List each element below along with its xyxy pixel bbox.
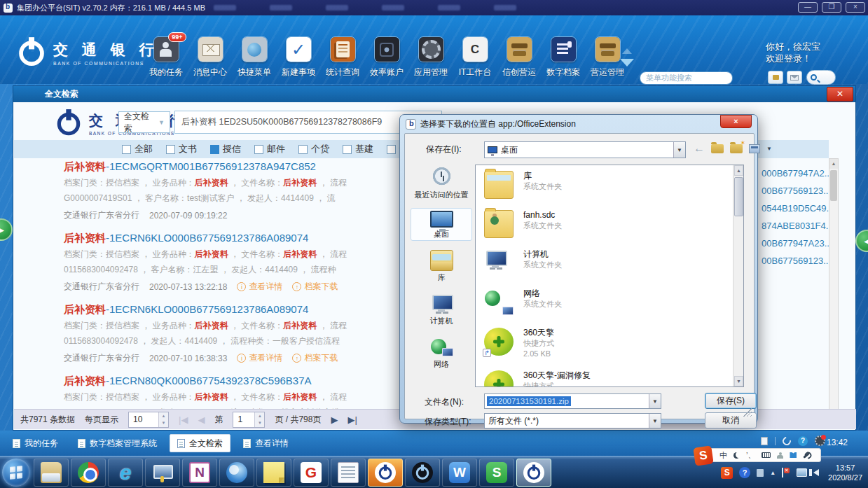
punctuation-icon[interactable]: ’、 [746, 449, 755, 461]
fts-close-button[interactable]: ✕ [827, 87, 853, 102]
taskbar-clock[interactable]: 13:57 2020/8/27 [828, 463, 862, 482]
dropdown-caret-icon[interactable]: ▼ [673, 142, 685, 158]
filter-checkbox[interactable]: 个贷 [298, 143, 329, 155]
filter-checkbox[interactable]: 文书 [166, 143, 197, 155]
page-spinner[interactable]: 1 ▲▼ [233, 412, 265, 428]
sogou-tray-icon[interactable]: S [721, 467, 733, 479]
nav-item[interactable]: 营运管理 [590, 36, 625, 78]
tab-数字档案管理系统[interactable]: 数字档案管理系统 [71, 434, 164, 452]
checkbox-icon[interactable] [298, 145, 308, 154]
filename-input[interactable]: 202007131530191.zip ▼ [484, 393, 661, 409]
taskbar-wps-w-icon[interactable]: W [442, 459, 477, 487]
taskbar-file-explorer-icon[interactable] [34, 459, 69, 487]
action-link[interactable]: i查看详情 [237, 281, 282, 293]
moon-icon[interactable] [733, 452, 740, 459]
truncated-id[interactable]: 874ABE8031F4... [762, 217, 834, 235]
action-link[interactable]: i查看详情 [237, 352, 282, 364]
file-item[interactable]: 库系统文件夹 [476, 165, 743, 204]
view-caret-icon[interactable]: ▼ [766, 146, 772, 152]
file-list-scrollbar[interactable]: ▲ ▼ [733, 165, 743, 386]
nav-item[interactable]: 信创营运 [502, 36, 537, 78]
spin-down-icon[interactable]: ▼ [159, 419, 168, 427]
filetype-dropdown[interactable]: 所有文件 (*.*) ▼ [484, 413, 661, 428]
left-edge-panel-button[interactable]: ▶ [0, 218, 13, 241]
skin-icon[interactable] [790, 452, 797, 458]
action-link[interactable]: ↑档案下载 [292, 352, 338, 364]
scroll-up-icon[interactable]: ▲ [829, 159, 838, 169]
mail-button[interactable] [787, 71, 802, 84]
place-item[interactable]: 网络 [411, 334, 472, 371]
close-button[interactable]: × [846, 2, 865, 13]
spin-down-icon[interactable]: ▼ [255, 419, 264, 427]
nav-item[interactable]: 快捷菜单 [237, 36, 272, 78]
settings-gear-icon[interactable] [815, 435, 825, 446]
taskbar-onenote-icon[interactable]: N [182, 459, 217, 487]
spin-up-icon[interactable]: ▲ [159, 412, 168, 420]
file-item[interactable]: ↱360天擎-漏洞修复快捷方式2.11 KB [476, 365, 743, 387]
file-item[interactable]: fanh.sdc系统文件夹 [476, 204, 743, 244]
checkbox-icon[interactable] [166, 145, 175, 154]
wrench-icon[interactable] [804, 452, 811, 459]
first-page-button[interactable]: |◀ [179, 414, 188, 425]
scroll-thumb[interactable] [830, 170, 837, 201]
checkbox-icon[interactable] [210, 145, 219, 154]
filter-checkbox[interactable]: 基建 [343, 143, 373, 155]
restore-button[interactable]: ❐ [822, 2, 841, 13]
place-item[interactable]: 计算机 [411, 291, 472, 328]
speaker-icon[interactable] [813, 469, 819, 476]
fts-window-titlebar[interactable]: 全文检索 [13, 86, 855, 102]
right-edge-panel-button[interactable]: ◀ [855, 230, 868, 252]
taskbar-wps-s-icon[interactable]: S [479, 459, 514, 487]
view-menu-icon[interactable] [749, 144, 760, 153]
dialog-close-button[interactable]: × [720, 115, 752, 128]
search-button[interactable] [806, 70, 836, 85]
truncated-id[interactable]: 000B677947A2... [762, 165, 834, 182]
start-button[interactable] [2, 459, 30, 487]
taskbar-sticky-notes-icon[interactable] [256, 459, 291, 487]
next-page-button[interactable]: ▶ [331, 414, 338, 425]
place-item[interactable]: 库 [411, 247, 472, 284]
taskbar-journal-icon[interactable] [331, 459, 366, 487]
taskbar-app-swirl-icon[interactable] [219, 459, 254, 487]
nav-item[interactable]: 数字档案 [546, 36, 581, 78]
checkbox-icon[interactable] [387, 145, 396, 154]
truncated-id[interactable]: 00B677569123... [762, 182, 834, 200]
filter-checkbox[interactable]: 邮件 [254, 143, 285, 155]
checkbox-icon[interactable] [254, 145, 263, 154]
file-item[interactable]: ↱360天擎快捷方式2.05 KB [476, 322, 743, 365]
dialog-titlebar[interactable]: 选择要下载的位置自 app:/OfficeExtension × [400, 115, 757, 133]
scroll-thumb[interactable] [734, 177, 743, 216]
save-button[interactable]: 保存(S) [705, 393, 757, 409]
tray-doc-icon[interactable] [757, 469, 764, 477]
filter-checkbox[interactable]: 全部 [122, 143, 153, 155]
back-arrow-icon[interactable]: ← [694, 142, 705, 155]
truncated-id[interactable]: 0544B19D5C49... [762, 200, 834, 217]
sogou-logo-icon[interactable]: S [693, 445, 713, 466]
filename-value[interactable]: 202007131530191.zip [487, 396, 571, 406]
taskbar-g-app-icon[interactable]: G [294, 459, 329, 487]
lock-button[interactable] [768, 71, 783, 84]
action-link[interactable]: ↑档案下载 [292, 281, 338, 293]
file-item[interactable]: 网络系统文件夹 [476, 283, 743, 322]
scroll-up-icon[interactable]: ▲ [734, 165, 743, 176]
file-item[interactable]: 计算机系统文件夹 [476, 244, 743, 283]
taskbar-remote-desktop-icon[interactable] [145, 459, 180, 487]
last-page-button[interactable]: ▶| [347, 414, 357, 425]
help-tray-icon[interactable]: ? [739, 467, 750, 478]
place-item[interactable]: 桌面 [411, 208, 472, 241]
checkbox-icon[interactable] [343, 145, 352, 154]
taskbar-bocom-app-icon[interactable] [516, 459, 551, 487]
taskbar-chrome-icon[interactable] [71, 459, 106, 487]
taskbar-bocom-dark-icon[interactable] [405, 459, 440, 487]
checkbox-icon[interactable] [122, 145, 131, 154]
dropdown-caret-icon[interactable]: ▼ [649, 414, 661, 428]
nav-item[interactable]: 统计查询 [325, 36, 360, 78]
per-page-spinner[interactable]: 10 ▲▼ [128, 412, 169, 428]
taskbar-bocom-app-icon[interactable] [368, 459, 403, 487]
scroll-down-icon[interactable]: ▼ [734, 376, 743, 386]
nav-item[interactable]: 效率账户 [369, 36, 404, 78]
spin-up-icon[interactable]: ▲ [255, 412, 264, 420]
truncated-id[interactable]: 00B677569123... [762, 252, 834, 270]
person-icon[interactable] [777, 452, 783, 459]
tab-查看详情[interactable]: 查看详情 [236, 434, 296, 452]
